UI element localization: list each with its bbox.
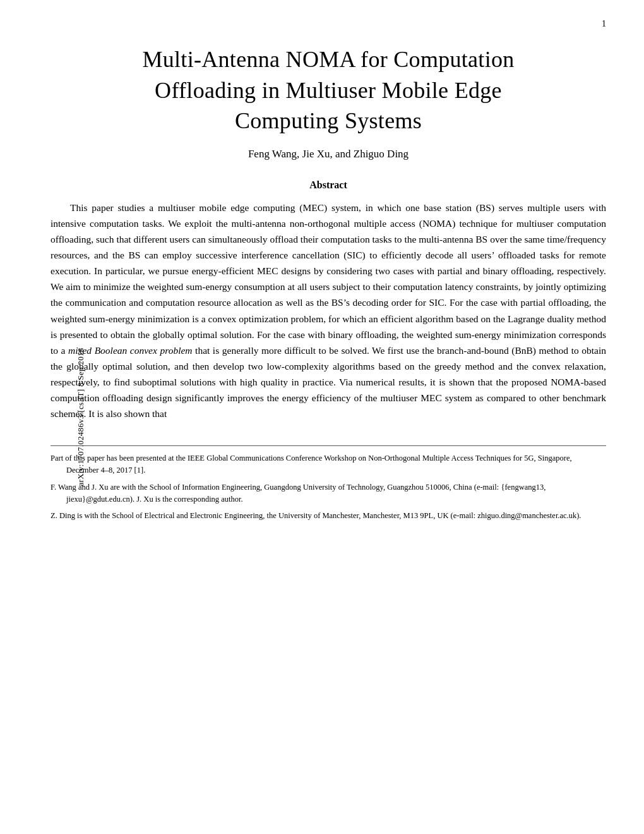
page-number: 1 [602,19,606,29]
footnotes-section: Part of this paper has been presented at… [51,445,606,522]
page-container: 1 arXiv:1707.02486v3 [cs.IT] 8 Sep 2018 … [0,0,644,834]
footnote-2: F. Wang and J. Xu are with the School of… [51,481,606,505]
footnote-3: Z. Ding is with the School of Electrical… [51,510,606,522]
footnote-1: Part of this paper has been presented at… [51,452,606,476]
sidebar-arxiv-label: arXiv:1707.02486v3 [cs.IT] 8 Sep 2018 [76,348,86,486]
main-content: Multi-Antenna NOMA for Computation Offlo… [38,38,606,522]
paper-title: Multi-Antenna NOMA for Computation Offlo… [51,44,606,136]
abstract-section: Abstract This paper studies a multiuser … [51,179,606,422]
authors: Feng Wang, Jie Xu, and Zhiguo Ding [51,148,606,160]
title-section: Multi-Antenna NOMA for Computation Offlo… [51,38,606,160]
abstract-body: This paper studies a multiuser mobile ed… [51,200,606,422]
abstract-heading: Abstract [51,179,606,191]
